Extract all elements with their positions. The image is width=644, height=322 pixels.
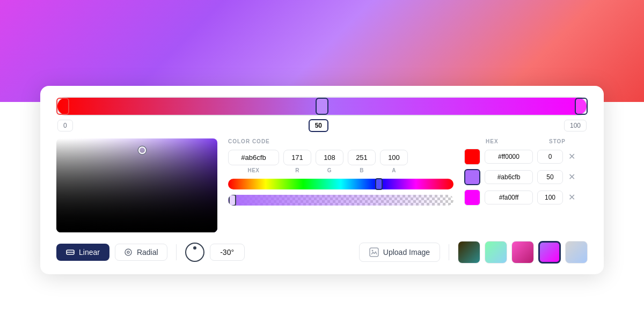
radial-icon — [124, 248, 133, 257]
stop-swatch-0[interactable] — [464, 149, 480, 165]
color-code-label: COLOR CODE — [228, 138, 453, 144]
stop-swatch-1[interactable] — [464, 169, 480, 185]
stop-hex-1[interactable] — [485, 170, 533, 184]
a-sublabel: A — [380, 167, 408, 173]
slider-label-100: 100 — [564, 120, 587, 131]
radial-label: Radial — [137, 248, 158, 257]
preset-swatches — [458, 241, 588, 264]
stop-hex-0[interactable] — [485, 150, 533, 164]
stop-row-2: ✕ — [464, 189, 588, 206]
radial-button[interactable]: Radial — [115, 244, 167, 261]
preset-swatch-1[interactable] — [458, 241, 480, 264]
r-input[interactable] — [283, 150, 311, 165]
g-sublabel: G — [316, 167, 343, 173]
hex-sublabel: HEX — [228, 167, 279, 173]
hex-input[interactable] — [228, 150, 279, 165]
stops-hex-header: HEX — [464, 138, 540, 144]
upload-label: Upload Image — [383, 248, 430, 257]
color-inputs-row — [228, 150, 453, 165]
angle-dot — [193, 246, 196, 250]
separator-1 — [176, 244, 177, 260]
stop-value-2[interactable] — [537, 191, 563, 204]
stops-stop-header: STOP — [540, 138, 575, 144]
slider-thumb-left[interactable] — [56, 98, 69, 115]
picker-cursor — [138, 147, 146, 154]
gradient-slider-container: 0 50 100 — [56, 97, 588, 132]
preset-swatch-2[interactable] — [485, 241, 507, 264]
svg-point-3 — [127, 251, 129, 253]
alpha-slider[interactable] — [228, 195, 453, 206]
alpha-overlay — [228, 195, 453, 206]
angle-circle[interactable] — [185, 243, 204, 262]
input-sublabels: HEX R G B A — [228, 167, 453, 173]
stops-header: HEX STOP — [464, 138, 588, 144]
bottom-toolbar: Linear Radial Upload Image — [56, 241, 588, 264]
stops-del-header — [575, 138, 588, 144]
upload-image-button[interactable]: Upload Image — [359, 243, 440, 262]
alpha-thumb[interactable] — [229, 195, 236, 206]
preset-swatch-5[interactable] — [565, 241, 588, 264]
hue-thumb[interactable] — [375, 178, 383, 190]
svg-point-2 — [125, 249, 131, 255]
stop-delete-2[interactable]: ✕ — [567, 192, 576, 203]
color-code-section: COLOR CODE HEX R G B A — [228, 138, 453, 232]
main-content: COLOR CODE HEX R G B A — [56, 138, 588, 232]
linear-icon — [66, 248, 75, 257]
slider-label-50: 50 — [309, 119, 328, 132]
stop-hex-2[interactable] — [485, 191, 533, 204]
slider-labels: 0 50 100 — [56, 119, 588, 132]
angle-input[interactable] — [210, 244, 245, 261]
svg-point-5 — [371, 250, 373, 252]
upload-icon — [369, 247, 379, 257]
gradient-track[interactable] — [56, 97, 588, 116]
stop-delete-1[interactable]: ✕ — [567, 172, 576, 182]
linear-button[interactable]: Linear — [56, 244, 109, 261]
preset-swatch-4[interactable] — [538, 241, 561, 264]
hue-slider[interactable] — [228, 179, 453, 189]
separator-2 — [449, 244, 449, 260]
stop-value-0[interactable] — [537, 150, 563, 164]
stop-swatch-2[interactable] — [464, 189, 480, 206]
stop-value-1[interactable] — [537, 170, 563, 184]
stop-delete-0[interactable]: ✕ — [567, 151, 576, 162]
slider-label-0: 0 — [57, 120, 73, 131]
a-input[interactable] — [380, 150, 408, 165]
linear-label: Linear — [79, 248, 100, 257]
main-panel: 0 50 100 COLOR CODE HEX R G — [40, 86, 604, 274]
slider-thumb-mid[interactable] — [316, 98, 328, 115]
stops-panel: HEX STOP ✕ ✕ — [464, 138, 588, 232]
preset-swatch-3[interactable] — [511, 241, 534, 264]
stop-row-1: ✕ — [464, 169, 588, 185]
b-input[interactable] — [348, 150, 376, 165]
stop-row-0: ✕ — [464, 149, 588, 165]
r-sublabel: R — [283, 167, 311, 173]
svg-rect-4 — [370, 248, 378, 257]
slider-thumb-right[interactable] — [575, 98, 588, 115]
g-input[interactable] — [316, 150, 343, 165]
color-picker-square[interactable] — [56, 138, 217, 232]
b-sublabel: B — [348, 167, 376, 173]
